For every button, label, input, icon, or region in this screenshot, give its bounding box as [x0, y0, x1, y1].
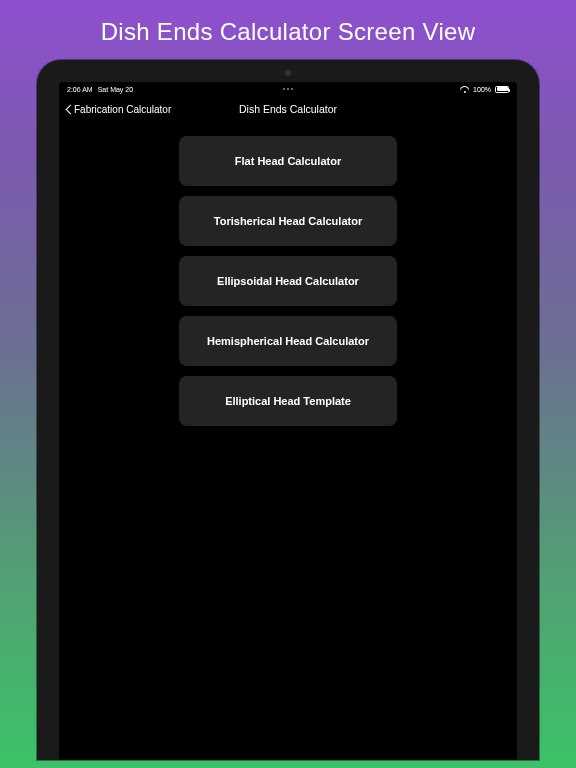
- menu-item-label: Elliptical Head Template: [225, 395, 351, 407]
- battery-percent: 100%: [473, 86, 491, 93]
- status-time: 2:06 AM: [67, 86, 93, 93]
- status-bar: 2:06 AM Sat May 20 100%: [59, 82, 517, 96]
- menu-item-hemispherical-head[interactable]: Hemispherical Head Calculator: [179, 316, 397, 366]
- status-date: Sat May 20: [98, 86, 133, 93]
- back-label: Fabrication Calculator: [74, 104, 171, 115]
- device-frame: 2:06 AM Sat May 20 100% Fabrication Calc…: [37, 60, 539, 760]
- chevron-left-icon: [65, 104, 72, 115]
- back-button[interactable]: Fabrication Calculator: [65, 104, 171, 115]
- page-title: Dish Ends Calculator: [239, 103, 337, 115]
- menu-item-elliptical-template[interactable]: Elliptical Head Template: [179, 376, 397, 426]
- menu-item-label: Hemispherical Head Calculator: [207, 335, 369, 347]
- status-left: 2:06 AM Sat May 20: [67, 86, 133, 93]
- battery-icon: [495, 86, 509, 93]
- menu-item-flat-head[interactable]: Flat Head Calculator: [179, 136, 397, 186]
- menu-item-torispherical-head[interactable]: Torisherical Head Calculator: [179, 196, 397, 246]
- promo-title: Dish Ends Calculator Screen View: [101, 18, 476, 46]
- nav-bar: Fabrication Calculator Dish Ends Calcula…: [59, 96, 517, 122]
- menu-item-label: Torisherical Head Calculator: [214, 215, 362, 227]
- status-center-dots: [283, 88, 293, 90]
- menu-item-label: Flat Head Calculator: [235, 155, 341, 167]
- device-camera: [285, 70, 291, 76]
- device-screen: 2:06 AM Sat May 20 100% Fabrication Calc…: [59, 82, 517, 760]
- status-right: 100%: [460, 86, 509, 93]
- menu-list: Flat Head Calculator Torisherical Head C…: [59, 122, 517, 760]
- menu-item-label: Ellipsoidal Head Calculator: [217, 275, 359, 287]
- menu-item-ellipsoidal-head[interactable]: Ellipsoidal Head Calculator: [179, 256, 397, 306]
- wifi-icon: [460, 86, 469, 93]
